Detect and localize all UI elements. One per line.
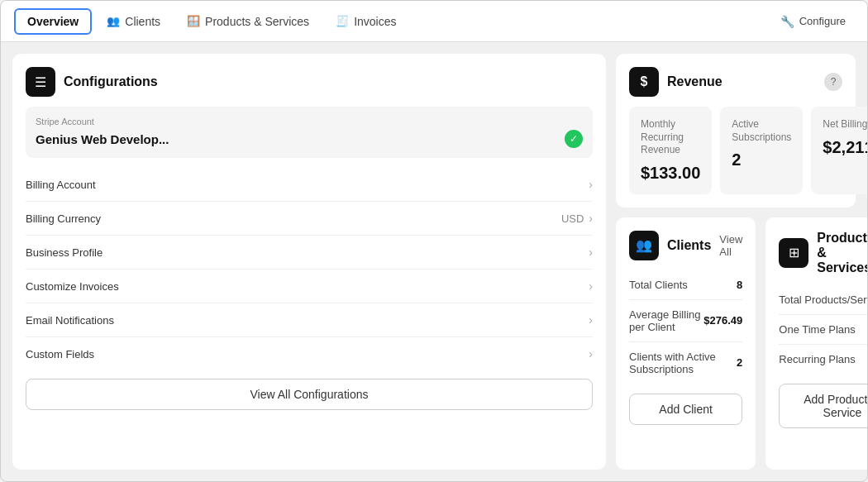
customize-invoices-chevron: › — [589, 279, 593, 293]
products-grid-icon: ⊞ — [789, 245, 799, 260]
billing-account-chevron: › — [589, 178, 593, 191]
config-row-billing-currency[interactable]: Billing Currency USD › — [26, 202, 593, 236]
revenue-metrics: Monthly Recurring Revenue $133.00 Active… — [629, 107, 842, 194]
clients-tab-icon: 👥 — [107, 15, 120, 27]
clients-people-icon: 👥 — [636, 237, 652, 253]
total-clients-label: Total Clients — [629, 279, 688, 291]
billing-currency-value: USD — [561, 212, 584, 225]
metric-net-billing: Net Billing $2,211.90 — [811, 107, 867, 194]
stripe-name: Genius Web Develop... — [36, 132, 169, 146]
products-card: ⊞ Products & Services View All Total Pro… — [765, 217, 867, 470]
tab-clients[interactable]: 👥 Clients — [95, 10, 172, 33]
email-notifications-chevron: › — [589, 313, 593, 327]
add-client-button[interactable]: Add Client — [629, 394, 742, 425]
help-icon[interactable]: ? — [824, 73, 842, 91]
stat-row-total-products: Total Products/Services 4 — [779, 285, 867, 315]
total-products-label: Total Products/Services — [779, 293, 867, 306]
subscriptions-value: 2 — [732, 150, 791, 169]
view-all-configurations-button[interactable]: View All Configurations — [26, 379, 593, 410]
config-title: Configurations — [64, 74, 593, 89]
business-profile-chevron: › — [589, 246, 593, 259]
overview-tab-label: Overview — [27, 15, 79, 28]
clients-card: 👥 Clients View All Total Clients 8 Avera… — [616, 217, 756, 470]
stat-row-total-clients: Total Clients 8 — [629, 270, 742, 300]
clients-view-all-link[interactable]: View All — [719, 233, 742, 258]
invoices-tab-label: Invoices — [354, 15, 396, 28]
products-icon-box: ⊞ — [779, 238, 808, 268]
revenue-title: Revenue — [667, 74, 816, 89]
stripe-label: Stripe Account — [36, 117, 583, 126]
main-content: Revenue ? Monthly Recurring Revenue $133… — [1, 42, 867, 481]
net-billing-label: Net Billing — [823, 118, 867, 131]
active-subs-value: 2 — [737, 356, 742, 369]
top-nav: Overview 👥 Clients 🪟 Products & Services… — [1, 1, 867, 42]
wrench-icon: 🔧 — [780, 15, 794, 28]
stripe-verified-icon: ✓ — [565, 130, 583, 148]
billing-currency-right: USD › — [561, 212, 593, 225]
config-list-icon: ☰ — [35, 74, 46, 90]
clients-icon-box: 👥 — [629, 231, 659, 260]
stat-row-avg-billing: Average Billing per Client $276.49 — [629, 300, 742, 342]
invoices-tab-icon: 🧾 — [336, 15, 349, 27]
billing-currency-chevron: › — [589, 212, 593, 225]
config-row-business-profile[interactable]: Business Profile › — [26, 236, 593, 270]
billing-currency-label: Billing Currency — [26, 212, 101, 225]
clients-header: 👥 Clients View All — [629, 231, 742, 260]
custom-fields-label: Custom Fields — [26, 348, 94, 360]
config-row-billing-account[interactable]: Billing Account › — [26, 168, 593, 202]
config-row-email-notifications[interactable]: Email Notifications › — [26, 303, 593, 337]
customize-invoices-label: Customize Invoices — [26, 280, 119, 293]
stat-row-one-time: One Time Plans 2 — [779, 315, 867, 345]
products-tab-label: Products & Services — [205, 15, 309, 28]
clients-title: Clients — [667, 238, 711, 253]
active-subs-label: Clients with Active Subscriptions — [629, 351, 737, 375]
configure-button[interactable]: 🔧 Configure — [772, 10, 854, 33]
net-billing-value: $2,211.90 — [823, 138, 867, 157]
avg-billing-value: $276.49 — [703, 314, 742, 327]
tab-invoices[interactable]: 🧾 Invoices — [324, 10, 408, 33]
email-notifications-label: Email Notifications — [26, 314, 114, 327]
tab-overview[interactable]: Overview — [14, 8, 92, 35]
config-row-custom-fields[interactable]: Custom Fields › — [26, 337, 593, 370]
total-clients-value: 8 — [737, 279, 742, 291]
revenue-icon — [629, 67, 659, 97]
products-header: ⊞ Products & Services View All — [779, 231, 867, 275]
billing-account-label: Billing Account — [26, 179, 96, 191]
dollar-sign-icon — [641, 74, 648, 89]
custom-fields-chevron: › — [589, 347, 593, 360]
products-title: Products & Services — [817, 231, 867, 275]
config-header: ☰ Configurations — [26, 67, 593, 97]
business-profile-label: Business Profile — [26, 246, 103, 259]
stat-row-active-subs: Clients with Active Subscriptions 2 — [629, 342, 742, 384]
configurations-panel: ☰ Configurations Stripe Account Genius W… — [12, 54, 606, 470]
revenue-card: Revenue ? Monthly Recurring Revenue $133… — [616, 54, 856, 208]
subscriptions-label: Active Subscriptions — [732, 118, 791, 144]
config-row-customize-invoices[interactable]: Customize Invoices › — [26, 270, 593, 303]
mrr-label: Monthly Recurring Revenue — [641, 118, 700, 157]
clients-tab-label: Clients — [125, 15, 160, 28]
configure-label: Configure — [799, 15, 846, 27]
revenue-header: Revenue ? — [629, 67, 842, 97]
mrr-value: $133.00 — [641, 164, 700, 183]
tab-products[interactable]: 🪟 Products & Services — [175, 10, 321, 33]
products-tab-icon: 🪟 — [187, 15, 200, 27]
bottom-row: 👥 Clients View All Total Clients 8 Avera… — [616, 217, 856, 470]
stat-row-recurring: Recurring Plans 6 — [779, 345, 867, 374]
metric-mrr: Monthly Recurring Revenue $133.00 — [629, 107, 712, 194]
app-container: Overview 👥 Clients 🪟 Products & Services… — [0, 0, 868, 482]
one-time-label: One Time Plans — [779, 323, 856, 336]
stripe-name-row: Genius Web Develop... ✓ — [36, 130, 583, 148]
recurring-label: Recurring Plans — [779, 353, 856, 365]
config-rows: Billing Account › Billing Currency USD ›… — [26, 168, 593, 370]
add-product-button[interactable]: Add Product or Service — [779, 384, 867, 428]
config-icon-box: ☰ — [26, 67, 55, 97]
stripe-account-box: Stripe Account Genius Web Develop... ✓ — [26, 107, 593, 158]
metric-subscriptions: Active Subscriptions 2 — [720, 107, 803, 194]
avg-billing-label: Average Billing per Client — [629, 308, 703, 333]
